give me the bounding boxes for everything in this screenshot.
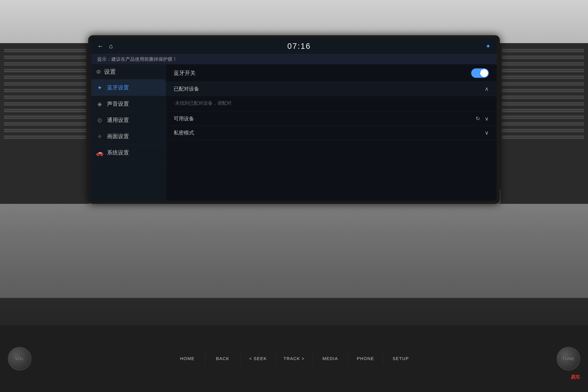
vent-slat xyxy=(502,62,584,66)
vent-slat xyxy=(502,116,584,119)
paired-devices-content: ·未找到已配对设备，请配对 xyxy=(166,96,497,112)
vent-slat xyxy=(502,109,584,112)
settings-label: 设置 xyxy=(104,68,116,76)
watermark: 易车 xyxy=(571,374,580,380)
control-buttons: HOME BACK < SEEK TRACK > MEDIA PHONE SET… xyxy=(31,352,557,365)
vent-slat xyxy=(4,122,86,126)
display-icon: ✧ xyxy=(96,133,103,140)
sound-settings-label: 声音设置 xyxy=(107,100,129,108)
controls-row: VOL HOME BACK < SEEK TRACK > MEDIA PHONE… xyxy=(0,325,588,392)
track-button[interactable]: TRACK > xyxy=(276,352,312,365)
vent-slat xyxy=(502,49,584,52)
vent-slat xyxy=(4,129,86,132)
seek-button[interactable]: < SEEK xyxy=(240,352,276,365)
system-icon: 🚗 xyxy=(96,149,103,156)
vent-slat xyxy=(4,62,86,66)
screen-bezel: ← ⌂ 07:16 ✦ 提示：建议在产品使用前撕掉保护膜！ ⚙ 设置 ✦ xyxy=(88,35,500,204)
paired-devices-chevron: ∧ xyxy=(485,86,489,92)
vent-slat xyxy=(502,76,584,79)
right-vent xyxy=(498,43,588,204)
private-mode-chevron: ∨ xyxy=(485,130,489,136)
right-panel: 蓝牙开关 已配对设备 ∧ ·未找到已配对设备，请配对 xyxy=(166,64,497,201)
left-vent xyxy=(0,43,90,204)
general-settings-label: 通用设置 xyxy=(107,116,129,124)
paired-devices-row[interactable]: 已配对设备 ∧ xyxy=(166,82,497,96)
no-device-text: ·未找到已配对设备，请配对 xyxy=(174,100,232,106)
main-content: ⚙ 设置 ✦ 蓝牙设置 ◈ 声音设置 ⊙ 通用设置 xyxy=(91,64,497,201)
bluetooth-icon: ✦ xyxy=(96,84,103,91)
available-chevron-icon: ∨ xyxy=(485,116,489,122)
refresh-icon[interactable]: ↻ xyxy=(476,116,480,122)
settings-gear-icon: ⚙ xyxy=(96,68,101,75)
available-devices-row[interactable]: 可用设备 ↻ ∨ xyxy=(166,112,497,126)
tune-label: TUNE xyxy=(562,356,574,361)
home-ctrl-button[interactable]: HOME xyxy=(170,352,205,365)
back-ctrl-button[interactable]: BACK xyxy=(205,352,240,365)
time-display: 07:16 xyxy=(113,42,486,50)
available-devices-controls: ↻ ∨ xyxy=(476,116,489,122)
vent-slat xyxy=(502,102,584,106)
sidebar-item-display[interactable]: ✧ 画面设置 xyxy=(91,128,166,145)
sidebar-item-bluetooth[interactable]: ✦ 蓝牙设置 xyxy=(91,80,166,96)
sidebar-item-sound[interactable]: ◈ 声音设置 xyxy=(91,96,166,112)
vent-slat xyxy=(4,82,86,86)
vent-slat xyxy=(502,69,584,72)
bluetooth-status-icon: ✦ xyxy=(486,42,491,50)
vent-slat xyxy=(4,56,86,59)
available-devices-label: 可用设备 xyxy=(174,115,194,122)
vent-slat xyxy=(4,116,86,119)
notification-bar: 提示：建议在产品使用前撕掉保护膜！ xyxy=(91,54,497,64)
vent-slat xyxy=(4,102,86,106)
vent-slat xyxy=(4,96,86,99)
top-bar: ← ⌂ 07:16 ✦ xyxy=(91,38,497,54)
vent-slat xyxy=(4,89,86,92)
display-settings-label: 画面设置 xyxy=(107,133,129,140)
notification-text: 提示：建议在产品使用前撕掉保护膜！ xyxy=(97,56,177,62)
home-button[interactable]: ⌂ xyxy=(109,42,113,50)
vent-slat xyxy=(502,89,584,92)
vent-slat xyxy=(4,109,86,112)
general-icon: ⊙ xyxy=(96,117,103,124)
vent-slat xyxy=(4,49,86,52)
back-button[interactable]: ← xyxy=(97,42,104,50)
phone-button[interactable]: PHONE xyxy=(348,352,383,365)
private-chevron-icon: ∨ xyxy=(485,130,489,136)
nav-icons: ← ⌂ xyxy=(97,42,113,50)
vent-slat xyxy=(502,96,584,99)
media-button[interactable]: MEDIA xyxy=(312,352,348,365)
vent-slat xyxy=(502,56,584,59)
paired-devices-label: 已配对设备 xyxy=(174,86,199,92)
vent-slat xyxy=(502,122,584,126)
vol-knob[interactable]: VOL xyxy=(8,347,31,370)
toggle-knob xyxy=(480,69,488,77)
sidebar: ⚙ 设置 ✦ 蓝牙设置 ◈ 声音设置 ⊙ 通用设置 xyxy=(91,64,166,201)
paired-chevron-icon: ∧ xyxy=(485,86,489,92)
vent-slat xyxy=(4,136,86,139)
sidebar-header: ⚙ 设置 xyxy=(91,64,166,80)
bluetooth-toggle-switch[interactable] xyxy=(471,68,489,78)
vent-slat xyxy=(4,76,86,79)
vol-label: VOL xyxy=(15,356,24,361)
vent-slat xyxy=(502,129,584,132)
sound-icon: ◈ xyxy=(96,100,103,108)
system-settings-label: 系统设置 xyxy=(107,149,129,156)
vent-slat xyxy=(502,136,584,139)
sidebar-item-general[interactable]: ⊙ 通用设置 xyxy=(91,112,166,128)
setup-button[interactable]: SETUP xyxy=(383,352,418,365)
bluetooth-toggle-label: 蓝牙开关 xyxy=(174,70,196,77)
tune-knob[interactable]: TUNE xyxy=(557,347,580,370)
private-mode-row[interactable]: 私密模式 ∨ xyxy=(166,126,497,140)
sidebar-item-system[interactable]: 🚗 系统设置 xyxy=(91,145,166,161)
vent-slat xyxy=(4,69,86,72)
private-mode-label: 私密模式 xyxy=(174,129,194,136)
screen-display: ← ⌂ 07:16 ✦ 提示：建议在产品使用前撕掉保护膜！ ⚙ 设置 ✦ xyxy=(91,38,497,201)
bluetooth-toggle-row: 蓝牙开关 xyxy=(166,64,497,82)
vent-slat xyxy=(502,82,584,86)
bluetooth-settings-label: 蓝牙设置 xyxy=(107,84,129,91)
